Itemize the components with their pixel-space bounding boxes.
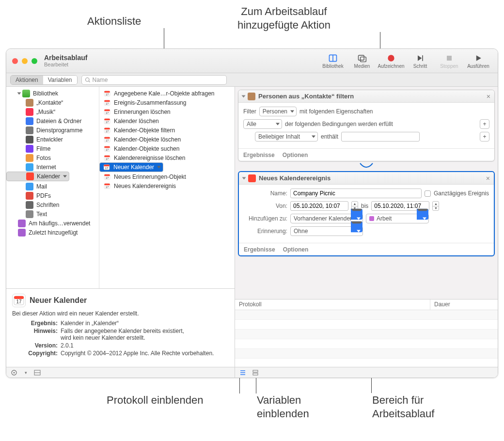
chevron-down-icon[interactable]: ▾ [22, 369, 30, 377]
toolbar-media-button[interactable]: Medien [347, 53, 377, 69]
category-icon [26, 163, 33, 171]
library-item[interactable]: Dienstprogramme [6, 126, 99, 135]
event-name-input[interactable] [290, 189, 422, 198]
calendar-icon: 17 [103, 145, 111, 153]
library-item[interactable]: Kalender [6, 172, 69, 181]
svg-rect-33 [104, 155, 110, 157]
svg-text:17: 17 [16, 299, 22, 304]
info-desc: Bei dieser Aktion wird ein neuer Kalende… [12, 310, 229, 317]
category-icon [26, 126, 33, 134]
action-list-item[interactable]: 17Ereignis-Zusammenfassung [99, 98, 235, 107]
calendar-icon: 17 [103, 173, 111, 181]
action-list-item[interactable]: 17Kalenderereignisse löschen [99, 153, 235, 162]
smart-folder-item[interactable]: Zuletzt hinzugefügt [6, 228, 99, 237]
toolbar-library-button[interactable]: Bibliothek [318, 53, 347, 69]
callout-show-vars: Variableneinblenden [257, 394, 309, 420]
category-icon [26, 108, 33, 116]
library-item[interactable]: Mail [6, 182, 99, 191]
action-list-item[interactable]: 17Angegebene Kale…r-Objekte abfragen [99, 89, 235, 98]
svg-text:17: 17 [106, 157, 109, 160]
mode-actions[interactable]: Aktionen [11, 76, 43, 84]
action-list-item[interactable]: 17Kalender-Objekte filtern [99, 126, 235, 135]
library-item[interactable]: Fotos [6, 153, 99, 162]
action-list-item[interactable]: 17Kalender-Objekte löschen [99, 135, 235, 144]
calendar-icon: 17 [103, 154, 111, 162]
condition-all-select[interactable]: Alle [243, 119, 282, 129]
smart-folder-item[interactable]: Am häufigs…verwendet [6, 219, 99, 228]
close-window-icon[interactable] [12, 58, 18, 64]
filter-type-select[interactable]: Personen [259, 107, 297, 116]
library-tree[interactable]: Bibliothek „Kontakte“„Musik“Dateien & Or… [6, 87, 99, 288]
mode-variables[interactable]: Variablen [43, 76, 77, 84]
svg-rect-15 [104, 100, 110, 102]
action-list-item[interactable]: 17Kalender-Objekte suchen [99, 144, 235, 153]
calendar-icon: 17 [12, 294, 26, 307]
action-list-item[interactable]: 17Neuer Kalender [99, 162, 163, 172]
library-item[interactable]: „Kontakte“ [6, 98, 99, 107]
toggle-info-icon[interactable] [33, 369, 41, 377]
toolbar-record-button[interactable]: Aufzeichnen [377, 53, 406, 69]
library-root[interactable]: Bibliothek [6, 89, 99, 98]
add-subcondition-button[interactable]: + [480, 132, 489, 142]
action-list-item[interactable]: 17Erinnerungen löschen [99, 107, 235, 116]
svg-rect-36 [104, 165, 110, 167]
disclosure-icon[interactable] [242, 177, 246, 179]
toolbar-step-button[interactable]: Schritt [406, 53, 435, 69]
show-variables-icon[interactable] [252, 369, 259, 377]
library-item[interactable]: Dateien & Ordner [6, 116, 99, 126]
reminder-select[interactable]: Ohne [290, 226, 363, 236]
minimize-window-icon[interactable] [22, 58, 28, 64]
options-tab[interactable]: Optionen [283, 152, 308, 158]
zoom-window-icon[interactable] [32, 58, 37, 64]
toolbar-run-button[interactable]: Ausführen [464, 53, 493, 69]
close-icon[interactable]: × [487, 93, 490, 100]
results-tab[interactable]: Ergebnisse [244, 246, 275, 253]
library-item[interactable]: Internet [6, 162, 99, 172]
svg-text:17: 17 [106, 120, 109, 123]
action-card-filter-contacts[interactable]: Personen aus „Kontakte“ filtern × Filter… [238, 90, 495, 161]
callout-line [239, 377, 240, 394]
calendar-select[interactable]: Arbeit [366, 214, 429, 223]
options-tab[interactable]: Optionen [283, 246, 309, 253]
toolbar-stop-button[interactable]: Stoppen [435, 53, 464, 69]
gear-icon[interactable] [10, 369, 18, 377]
category-icon [26, 136, 33, 143]
action-list-item[interactable]: 17Neues Erinnerungen-Objekt [99, 172, 235, 181]
allday-checkbox[interactable] [425, 190, 431, 197]
category-icon [26, 192, 33, 200]
action-list-item[interactable]: 17Kalender löschen [99, 116, 235, 126]
calendar-icon: 17 [103, 163, 110, 171]
add-condition-button[interactable]: + [480, 119, 489, 129]
show-log-icon[interactable] [239, 369, 247, 377]
close-icon[interactable]: × [486, 174, 490, 182]
svg-text:17: 17 [106, 139, 109, 142]
library-item[interactable]: Schriften [6, 200, 99, 209]
library-item[interactable]: „Musik“ [6, 107, 99, 116]
disclosure-icon[interactable] [242, 95, 246, 97]
from-date-input[interactable] [290, 201, 348, 211]
library-item[interactable]: Filme [6, 144, 99, 153]
library-icon [328, 53, 338, 63]
svg-rect-2 [359, 55, 364, 60]
content-select[interactable]: Beliebiger Inhalt [255, 132, 318, 142]
library-item[interactable]: PDFs [6, 191, 99, 200]
library-item[interactable]: Entwickler [6, 135, 99, 144]
workflow-area[interactable]: Personen aus „Kontakte“ filtern × Filter… [235, 87, 498, 299]
contacts-icon [248, 93, 255, 100]
library-item[interactable]: Text [6, 209, 99, 219]
svg-rect-39 [104, 174, 110, 176]
filter-value-input[interactable] [341, 132, 420, 142]
svg-rect-55 [253, 373, 258, 375]
mode-segmented-control[interactable]: Aktionen Variablen [10, 75, 78, 85]
search-input[interactable]: Name [81, 75, 227, 85]
svg-marker-5 [418, 55, 422, 61]
action-list-item[interactable]: 17Neues Kalenderereignis [99, 181, 235, 190]
log-col-protocol[interactable]: Protokoll [235, 299, 430, 310]
connector [238, 162, 495, 170]
action-card-new-event[interactable]: Neues Kalenderereignis × Name: Ganztägig… [238, 171, 495, 256]
log-col-duration[interactable]: Dauer [430, 299, 498, 310]
action-list[interactable]: 17Angegebene Kale…r-Objekte abfragen17Er… [99, 87, 235, 288]
run-icon [473, 53, 483, 63]
to-stepper[interactable]: ▲▼ [432, 201, 439, 211]
results-tab[interactable]: Ergebnisse [243, 152, 275, 158]
